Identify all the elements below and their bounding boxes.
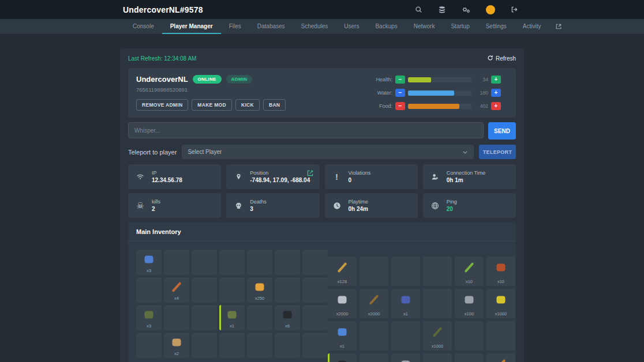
card-value: 2 (152, 206, 160, 212)
inventory-slot[interactable] (192, 333, 217, 358)
item-icon (145, 255, 153, 263)
inventory-slot[interactable] (275, 277, 300, 303)
inventory-slot[interactable] (360, 257, 388, 286)
inventory-slot[interactable]: x1 (219, 305, 245, 330)
inventory-slot[interactable]: x10 (455, 257, 484, 286)
inventory-slot[interactable]: x1 (328, 321, 357, 350)
inventory-slot[interactable] (247, 305, 272, 330)
inventory-slot[interactable]: x64 (486, 353, 515, 362)
inventory-slot[interactable] (391, 257, 420, 286)
inventory-slot[interactable] (219, 250, 245, 275)
inventory-slot[interactable] (192, 250, 217, 275)
kick-button[interactable]: KICK (235, 99, 260, 111)
decrease-food-button[interactable]: − (395, 102, 405, 110)
inventory-slot[interactable]: x3 (136, 305, 162, 330)
tab-backups[interactable]: Backups (367, 19, 405, 34)
inventory-slot[interactable] (136, 333, 162, 358)
inventory-slot[interactable] (302, 250, 328, 275)
main-panel: Last Refresh: 12:34:08 AM Refresh Underc… (120, 48, 524, 362)
inventory-slot[interactable] (192, 277, 217, 303)
item-icon (432, 327, 442, 337)
inventory-slot[interactable]: x4 (164, 277, 189, 303)
stat-row-food-: Food:−402+ (372, 102, 508, 111)
tab-users[interactable]: Users (336, 19, 367, 34)
external-link-icon[interactable] (549, 19, 568, 34)
card-value: 0h 1m (447, 177, 486, 183)
tab-databases[interactable]: Databases (249, 19, 293, 34)
inventory-slot[interactable] (423, 257, 452, 286)
tab-startup[interactable]: Startup (443, 19, 477, 34)
gears-icon[interactable] (462, 6, 470, 13)
inventory-slot[interactable] (302, 333, 328, 358)
inventory-slot[interactable] (275, 333, 300, 358)
player-select[interactable]: Select Player (182, 145, 474, 159)
item-count: x3 (136, 323, 162, 329)
stat-bar (408, 104, 471, 109)
position-edit-icon[interactable] (306, 169, 314, 177)
card-connection-time: Connection Time0h 1m (423, 164, 516, 189)
decrease-water-button[interactable]: − (395, 89, 405, 97)
inventory-slot[interactable]: x100 (455, 289, 484, 318)
tab-schedules[interactable]: Schedules (293, 19, 336, 34)
search-icon[interactable] (415, 6, 422, 13)
inventory-slot[interactable]: x1 (391, 289, 420, 318)
tab-files[interactable]: Files (221, 19, 249, 34)
increase-water-button[interactable]: + (491, 89, 501, 97)
ban-button[interactable]: BAN (263, 99, 286, 111)
inventory-slot[interactable] (360, 321, 388, 350)
wifi-icon (135, 173, 145, 181)
inventory-slot[interactable]: x1 (328, 353, 357, 362)
inventory-slot[interactable] (455, 321, 484, 350)
inventory-slot[interactable] (423, 353, 452, 362)
card-label: Playtime (349, 199, 369, 205)
inventory-slot[interactable]: x128 (328, 257, 357, 286)
inventory-slot[interactable] (247, 250, 272, 275)
send-button[interactable]: SEND (488, 122, 516, 139)
teleport-button[interactable]: TELEPORT (479, 145, 516, 159)
inventory-slot[interactable] (486, 321, 515, 350)
inventory-slot[interactable]: x1000 (486, 289, 515, 318)
inventory-slot[interactable]: x2 (164, 333, 189, 358)
inventory-slot[interactable] (164, 305, 189, 330)
inventory-slot[interactable] (247, 333, 272, 358)
tab-network[interactable]: Network (406, 19, 443, 34)
item-count: x2000 (360, 311, 388, 316)
inventory-slot[interactable] (219, 333, 245, 358)
inventory-slot[interactable] (164, 250, 189, 275)
increase-health-button[interactable]: + (491, 76, 501, 84)
inventory-slot[interactable] (192, 305, 217, 330)
tab-settings[interactable]: Settings (478, 19, 515, 34)
inventory-slot[interactable] (275, 250, 300, 275)
inventory-slot[interactable] (302, 277, 328, 303)
whisper-input[interactable] (128, 122, 484, 138)
inventory-slot[interactable] (391, 321, 420, 350)
inventory-slot[interactable]: x1000 (423, 321, 452, 350)
tab-console[interactable]: Console (125, 19, 162, 34)
inventory-slot[interactable] (136, 277, 162, 303)
inventory-slot[interactable] (455, 353, 484, 362)
layers-icon[interactable] (438, 6, 446, 14)
tab-player-manager[interactable]: Player Manager (162, 19, 221, 34)
increase-food-button[interactable]: + (491, 102, 501, 110)
remove-admin-button[interactable]: REMOVE ADMIN (136, 99, 188, 111)
refresh-button[interactable]: Refresh (487, 55, 516, 62)
inventory-slot[interactable]: x6 (275, 305, 300, 330)
inventory-slot[interactable]: x2000 (328, 289, 357, 318)
item-icon (402, 296, 410, 304)
inventory-slot[interactable]: x10 (486, 257, 515, 286)
inventory-slot[interactable] (360, 353, 388, 362)
inventory-slot[interactable] (423, 289, 452, 318)
inventory-slot[interactable] (219, 277, 245, 303)
inventory-slot[interactable]: x250 (247, 277, 272, 303)
decrease-health-button[interactable]: − (395, 76, 405, 84)
logout-icon[interactable] (511, 6, 518, 13)
refresh-row: Last Refresh: 12:34:08 AM Refresh (128, 53, 516, 63)
make-mod-button[interactable]: MAKE MOD (192, 99, 232, 111)
inventory-slot[interactable] (302, 305, 328, 330)
tab-activity[interactable]: Activity (515, 19, 549, 34)
avatar[interactable] (486, 5, 495, 14)
stat-bar (408, 77, 471, 82)
inventory-slot[interactable]: x100 (391, 353, 420, 362)
inventory-slot[interactable]: x3 (136, 250, 162, 275)
inventory-slot[interactable]: x2000 (360, 289, 388, 318)
